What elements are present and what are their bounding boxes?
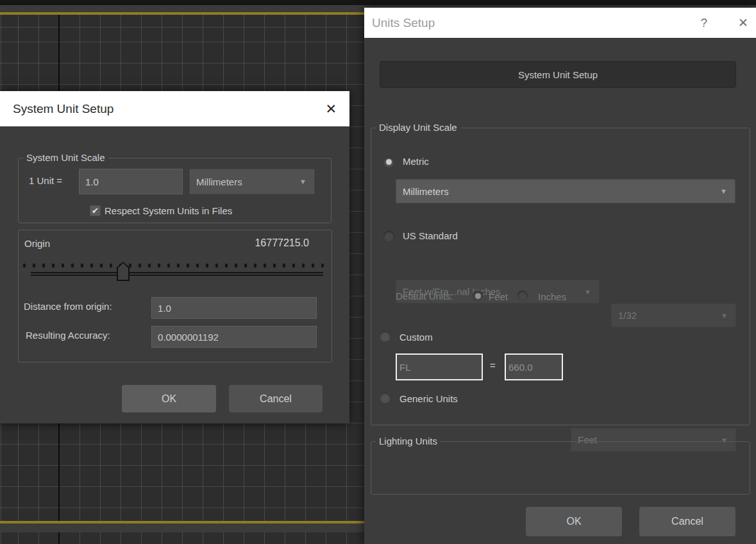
display-unit-scale-group: Display Unit Scale [371,128,750,425]
default-feet-label: Feet [489,291,508,302]
dialog-title: System Unit Setup [13,102,325,116]
dropdown-arrow-icon: ▼ [584,288,591,296]
generic-units-radio[interactable] [380,393,391,404]
help-icon[interactable]: ? [701,16,708,30]
system-unit-dropdown[interactable]: Millimeters ▼ [189,169,315,194]
screen: Units Setup ? ✕ System Unit Setup Displa… [0,0,756,544]
origin-slider[interactable] [23,262,324,284]
default-feet-radio [473,291,483,301]
ok-button[interactable]: OK [122,385,216,412]
system-unit-setup-dialog: System Unit Setup ✕ System Unit Scale 1 … [0,91,349,423]
slider-track-shadow [31,275,323,276]
lighting-units-group: Lighting Units [371,441,750,495]
default-inches-radio [517,291,528,301]
dropdown-arrow-icon: ▼ [720,187,727,195]
respect-units-label: Respect System Units in Files [105,205,232,216]
distance-from-origin-label: Distance from origin: [24,301,112,312]
resulting-accuracy-input[interactable]: 0.0000001192 [151,326,317,348]
origin-value: 16777215.0 [237,237,309,249]
generic-units-label: Generic Units [399,393,458,404]
us-standard-radio[interactable] [383,231,394,242]
distance-from-origin-input[interactable]: 1.0 [151,297,317,319]
dropdown-arrow-icon: ▼ [721,312,728,319]
close-icon[interactable]: ✕ [738,15,748,30]
lighting-units-label: Lighting Units [376,436,441,446]
default-units-label: Default Units: [396,291,453,302]
metric-unit-dropdown[interactable]: Millimeters ▼ [396,179,735,203]
units-setup-titlebar: Units Setup ? ✕ [364,8,756,38]
custom-name-input: FL [396,353,483,380]
us-fraction-dropdown: 1/32 ▼ [611,303,736,327]
unit-value-input[interactable]: 1.0 [79,169,183,194]
custom-radio-label: Custom [399,332,433,343]
ok-button[interactable]: OK [526,507,622,536]
respect-units-checkbox[interactable]: ✔ [90,205,101,216]
metric-radio-label: Metric [403,156,429,167]
resulting-accuracy-label: Resulting Accuracy: [26,330,110,341]
top-toolbar-strip [0,0,756,5]
system-unit-setup-button[interactable]: System Unit Setup [380,61,736,88]
equals-sign: = [490,360,496,371]
slider-ticks [23,264,324,268]
custom-scale-input: 660.0 [505,353,563,380]
origin-label: Origin [24,238,50,249]
system-unit-setup-titlebar: System Unit Setup ✕ [0,91,349,126]
display-unit-scale-label: Display Unit Scale [376,122,460,133]
system-unit-scale-label: System Unit Scale [23,152,108,163]
one-unit-label: 1 Unit = [29,175,62,186]
custom-radio[interactable] [380,331,391,342]
dialog-title: Units Setup [372,16,701,30]
close-icon[interactable]: ✕ [325,101,337,117]
units-setup-dialog: Units Setup ? ✕ System Unit Setup Displa… [364,8,756,544]
default-inches-label: Inches [538,291,566,302]
cancel-button[interactable]: Cancel [639,507,735,536]
metric-radio[interactable] [383,157,394,167]
cancel-button[interactable]: Cancel [229,385,323,412]
us-standard-radio-label: US Standard [403,230,458,241]
slider-track[interactable] [31,272,323,273]
dropdown-arrow-icon: ▼ [299,178,307,185]
